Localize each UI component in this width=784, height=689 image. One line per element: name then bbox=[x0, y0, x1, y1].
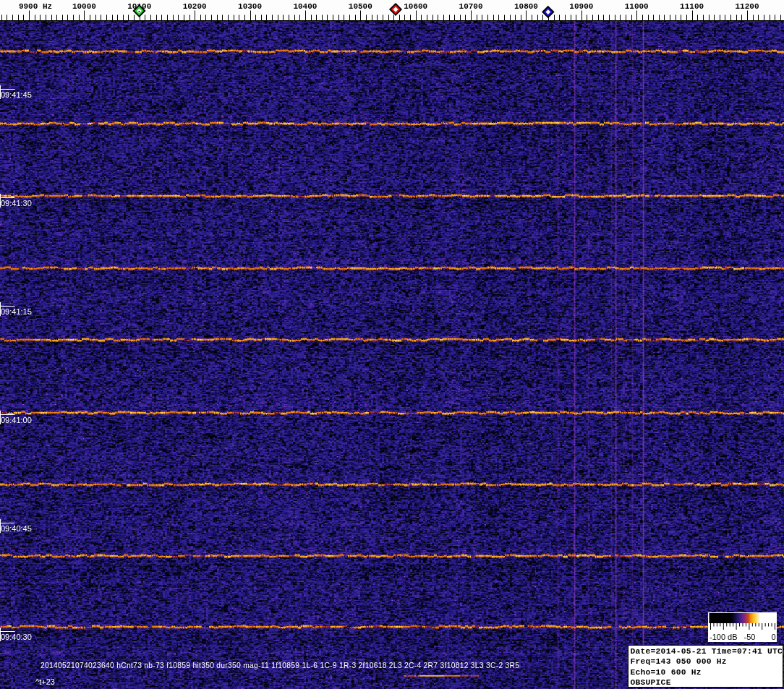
svg-text:-50: -50 bbox=[744, 633, 756, 641]
svg-text:09:40:45: 09:40:45 bbox=[1, 524, 32, 533]
svg-text:09:41:15: 09:41:15 bbox=[1, 307, 32, 316]
svg-text:-100 dB: -100 dB bbox=[710, 633, 738, 641]
svg-text:Echo=10 600 Hz: Echo=10 600 Hz bbox=[631, 668, 702, 677]
svg-text:OBSUPICE: OBSUPICE bbox=[631, 678, 671, 687]
svg-text:0: 0 bbox=[771, 633, 775, 641]
svg-text:20140521074023640 hCnt73 nb-73: 20140521074023640 hCnt73 nb-73 f10859 hi… bbox=[41, 662, 519, 669]
svg-text:^t+23: ^t+23 bbox=[35, 677, 55, 686]
svg-text:09:41:45: 09:41:45 bbox=[1, 90, 32, 99]
svg-text:09:40:30: 09:40:30 bbox=[1, 633, 32, 641]
svg-text:Freq=143 050 000 Hz: Freq=143 050 000 Hz bbox=[631, 657, 727, 666]
svg-text:09:41:00: 09:41:00 bbox=[1, 416, 32, 424]
svg-text:09:41:30: 09:41:30 bbox=[1, 199, 32, 207]
svg-text:Date=2014-05-21 Time=07:41 UTC: Date=2014-05-21 Time=07:41 UTC bbox=[631, 647, 783, 656]
